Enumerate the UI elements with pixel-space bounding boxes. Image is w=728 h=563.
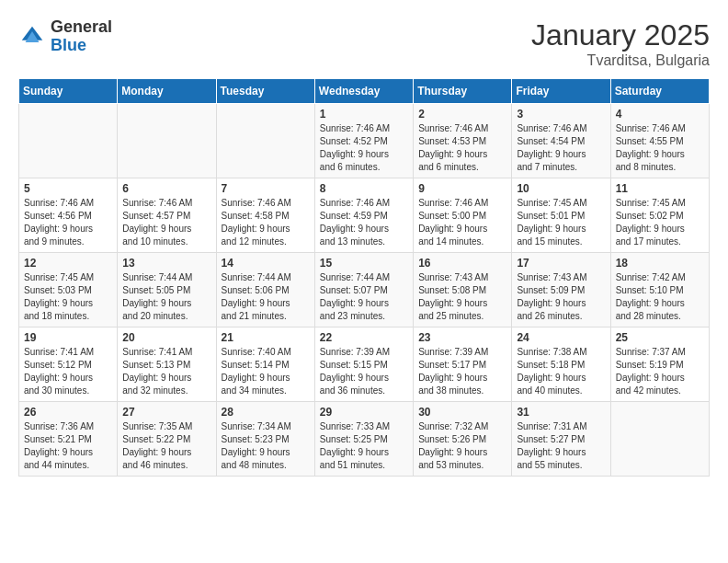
day-info: Sunrise: 7:36 AM Sunset: 5:21 PM Dayligh…: [24, 420, 112, 472]
day-info: Sunrise: 7:45 AM Sunset: 5:01 PM Dayligh…: [517, 197, 605, 248]
calendar-cell: 9Sunrise: 7:46 AM Sunset: 5:00 PM Daylig…: [414, 178, 512, 253]
calendar-header-row: SundayMondayTuesdayWednesdayThursdayFrid…: [19, 79, 710, 104]
day-number: 11: [616, 182, 704, 195]
day-number: 19: [24, 331, 112, 344]
day-number: 23: [418, 331, 506, 344]
day-number: 5: [24, 182, 112, 195]
day-info: Sunrise: 7:45 AM Sunset: 5:02 PM Dayligh…: [616, 197, 704, 248]
day-number: 4: [616, 108, 704, 121]
day-info: Sunrise: 7:46 AM Sunset: 4:55 PM Dayligh…: [616, 122, 704, 174]
day-number: 17: [517, 257, 605, 270]
day-number: 21: [222, 331, 310, 344]
day-number: 24: [517, 331, 605, 344]
day-info: Sunrise: 7:38 AM Sunset: 5:18 PM Dayligh…: [517, 346, 605, 397]
calendar-cell: 6Sunrise: 7:46 AM Sunset: 4:57 PM Daylig…: [118, 178, 216, 253]
calendar-cell: 7Sunrise: 7:46 AM Sunset: 4:58 PM Daylig…: [216, 178, 314, 253]
day-info: Sunrise: 7:44 AM Sunset: 5:06 PM Dayligh…: [222, 271, 310, 323]
calendar-cell: 22Sunrise: 7:39 AM Sunset: 5:15 PM Dayli…: [314, 327, 413, 402]
calendar-cell: 11Sunrise: 7:45 AM Sunset: 5:02 PM Dayli…: [610, 178, 709, 253]
day-info: Sunrise: 7:46 AM Sunset: 4:56 PM Dayligh…: [24, 197, 112, 248]
day-number: 22: [320, 331, 408, 344]
day-number: 28: [222, 406, 310, 419]
day-number: 2: [418, 108, 506, 121]
calendar-cell: 23Sunrise: 7:39 AM Sunset: 5:17 PM Dayli…: [414, 327, 512, 402]
calendar-cell: 13Sunrise: 7:44 AM Sunset: 5:05 PM Dayli…: [118, 253, 216, 327]
day-number: 12: [24, 257, 112, 270]
day-info: Sunrise: 7:46 AM Sunset: 5:00 PM Dayligh…: [418, 197, 506, 248]
day-info: Sunrise: 7:41 AM Sunset: 5:12 PM Dayligh…: [24, 346, 112, 397]
calendar-cell: 29Sunrise: 7:33 AM Sunset: 5:25 PM Dayli…: [314, 402, 413, 477]
calendar-cell: 28Sunrise: 7:34 AM Sunset: 5:23 PM Dayli…: [216, 402, 314, 477]
day-info: Sunrise: 7:40 AM Sunset: 5:14 PM Dayligh…: [222, 346, 310, 397]
month-title: January 2025: [531, 18, 710, 52]
calendar-cell: 20Sunrise: 7:41 AM Sunset: 5:13 PM Dayli…: [118, 327, 216, 402]
logo-icon: [18, 23, 46, 51]
calendar-cell: 25Sunrise: 7:37 AM Sunset: 5:19 PM Dayli…: [610, 327, 709, 402]
calendar-cell: 19Sunrise: 7:41 AM Sunset: 5:12 PM Dayli…: [19, 327, 118, 402]
calendar-week-row: 5Sunrise: 7:46 AM Sunset: 4:56 PM Daylig…: [19, 178, 710, 253]
logo: General Blue: [18, 18, 112, 55]
day-info: Sunrise: 7:39 AM Sunset: 5:17 PM Dayligh…: [418, 346, 506, 397]
calendar-body: 1Sunrise: 7:46 AM Sunset: 4:52 PM Daylig…: [19, 104, 710, 477]
day-info: Sunrise: 7:45 AM Sunset: 5:03 PM Dayligh…: [24, 271, 112, 323]
calendar-week-row: 1Sunrise: 7:46 AM Sunset: 4:52 PM Daylig…: [19, 104, 710, 178]
day-number: 27: [122, 406, 210, 419]
day-number: 10: [517, 182, 605, 195]
calendar-cell: 10Sunrise: 7:45 AM Sunset: 5:01 PM Dayli…: [512, 178, 610, 253]
calendar-cell: 26Sunrise: 7:36 AM Sunset: 5:21 PM Dayli…: [19, 402, 118, 477]
day-number: 20: [122, 331, 210, 344]
day-info: Sunrise: 7:33 AM Sunset: 5:25 PM Dayligh…: [320, 420, 408, 472]
calendar-cell: 2Sunrise: 7:46 AM Sunset: 4:53 PM Daylig…: [414, 104, 512, 178]
calendar-cell: 14Sunrise: 7:44 AM Sunset: 5:06 PM Dayli…: [216, 253, 314, 327]
day-info: Sunrise: 7:43 AM Sunset: 5:09 PM Dayligh…: [517, 271, 605, 323]
calendar-cell: 24Sunrise: 7:38 AM Sunset: 5:18 PM Dayli…: [512, 327, 610, 402]
calendar-cell: [19, 104, 118, 178]
calendar-cell: [610, 402, 709, 477]
calendar-cell: 5Sunrise: 7:46 AM Sunset: 4:56 PM Daylig…: [19, 178, 118, 253]
logo-general: General: [51, 18, 112, 37]
calendar-cell: 8Sunrise: 7:46 AM Sunset: 4:59 PM Daylig…: [314, 178, 413, 253]
day-info: Sunrise: 7:31 AM Sunset: 5:27 PM Dayligh…: [517, 420, 605, 472]
day-info: Sunrise: 7:46 AM Sunset: 4:53 PM Dayligh…: [418, 122, 506, 174]
logo-text: General Blue: [51, 18, 112, 55]
day-info: Sunrise: 7:46 AM Sunset: 4:52 PM Dayligh…: [320, 122, 408, 174]
day-info: Sunrise: 7:39 AM Sunset: 5:15 PM Dayligh…: [320, 346, 408, 397]
day-info: Sunrise: 7:44 AM Sunset: 5:07 PM Dayligh…: [320, 271, 408, 323]
day-header-friday: Friday: [512, 79, 610, 104]
calendar-cell: 3Sunrise: 7:46 AM Sunset: 4:54 PM Daylig…: [512, 104, 610, 178]
logo-blue: Blue: [51, 37, 112, 55]
day-header-saturday: Saturday: [610, 79, 709, 104]
day-number: 16: [418, 257, 506, 270]
day-info: Sunrise: 7:32 AM Sunset: 5:26 PM Dayligh…: [418, 420, 506, 472]
day-info: Sunrise: 7:43 AM Sunset: 5:08 PM Dayligh…: [418, 271, 506, 323]
day-header-wednesday: Wednesday: [314, 79, 413, 104]
day-number: 3: [517, 108, 605, 121]
day-header-thursday: Thursday: [414, 79, 512, 104]
title-block: January 2025 Tvarditsa, Bulgaria: [531, 18, 710, 69]
calendar-week-row: 26Sunrise: 7:36 AM Sunset: 5:21 PM Dayli…: [19, 402, 710, 477]
day-number: 6: [122, 182, 210, 195]
day-number: 1: [320, 108, 408, 121]
day-number: 14: [222, 257, 310, 270]
day-info: Sunrise: 7:46 AM Sunset: 4:57 PM Dayligh…: [122, 197, 210, 248]
calendar-cell: 15Sunrise: 7:44 AM Sunset: 5:07 PM Dayli…: [314, 253, 413, 327]
day-header-monday: Monday: [118, 79, 216, 104]
day-number: 26: [24, 406, 112, 419]
calendar-cell: [118, 104, 216, 178]
day-info: Sunrise: 7:35 AM Sunset: 5:22 PM Dayligh…: [122, 420, 210, 472]
day-number: 7: [222, 182, 310, 195]
calendar-table: SundayMondayTuesdayWednesdayThursdayFrid…: [18, 78, 710, 477]
calendar-cell: 30Sunrise: 7:32 AM Sunset: 5:26 PM Dayli…: [414, 402, 512, 477]
day-number: 18: [616, 257, 704, 270]
day-info: Sunrise: 7:34 AM Sunset: 5:23 PM Dayligh…: [222, 420, 310, 472]
day-number: 25: [616, 331, 704, 344]
day-info: Sunrise: 7:46 AM Sunset: 4:58 PM Dayligh…: [222, 197, 310, 248]
day-number: 31: [517, 406, 605, 419]
day-info: Sunrise: 7:42 AM Sunset: 5:10 PM Dayligh…: [616, 271, 704, 323]
calendar-cell: 4Sunrise: 7:46 AM Sunset: 4:55 PM Daylig…: [610, 104, 709, 178]
calendar-cell: 27Sunrise: 7:35 AM Sunset: 5:22 PM Dayli…: [118, 402, 216, 477]
day-info: Sunrise: 7:37 AM Sunset: 5:19 PM Dayligh…: [616, 346, 704, 397]
day-info: Sunrise: 7:41 AM Sunset: 5:13 PM Dayligh…: [122, 346, 210, 397]
day-number: 15: [320, 257, 408, 270]
calendar-week-row: 19Sunrise: 7:41 AM Sunset: 5:12 PM Dayli…: [19, 327, 710, 402]
